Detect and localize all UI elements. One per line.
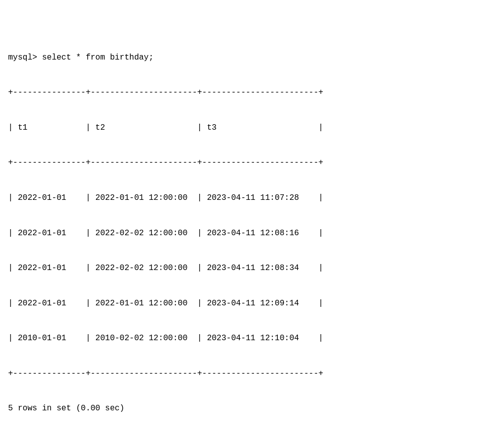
- query-1-footer: 5 rows in set (0.00 sec): [8, 403, 496, 414]
- query-1-sep1: +---------------+----------------------+…: [8, 87, 496, 98]
- query-1-prompt: mysql> select * from birthday;: [8, 52, 496, 64]
- query-1-row-3: | 2022-01-01 | 2022-02-02 12:00:00 | 202…: [8, 262, 496, 274]
- query-1-row-4: | 2022-01-01 | 2022-01-01 12:00:00 | 202…: [8, 298, 496, 309]
- terminal-output: mysql> select * from birthday; +--------…: [8, 5, 496, 425]
- query-1-sep3: +---------------+----------------------+…: [8, 368, 496, 380]
- query-1-header: | t1 | t2 | t3 |: [8, 122, 496, 134]
- query-1-row-2: | 2022-01-01 | 2022-02-02 12:00:00 | 202…: [8, 228, 496, 239]
- query-1-section: mysql> select * from birthday; +--------…: [8, 28, 496, 425]
- query-1-row-5: | 2010-01-01 | 2010-02-02 12:00:00 | 202…: [8, 333, 496, 344]
- query-1-sep2: +---------------+----------------------+…: [8, 157, 496, 169]
- query-1-row-1: | 2022-01-01 | 2022-01-01 12:00:00 | 202…: [8, 192, 496, 204]
